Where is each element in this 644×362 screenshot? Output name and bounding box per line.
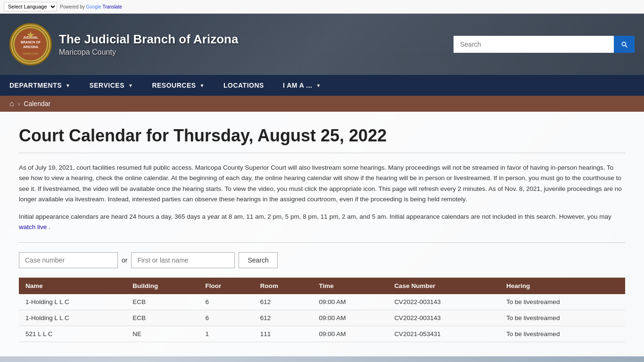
calendar-search-form: or Search xyxy=(19,252,625,268)
info-p2-prefix: Initial appearance calendars are heard 2… xyxy=(19,213,611,220)
form-search-button[interactable]: Search xyxy=(239,252,277,268)
table-header: Name Building Floor Room Time Case Numbe… xyxy=(19,278,625,294)
header-search-area xyxy=(454,36,635,53)
nav-item-resources[interactable]: RESOURCES ▼ xyxy=(142,75,214,96)
cell-time: 09:00 AM xyxy=(312,294,388,310)
cell-floor: 1 xyxy=(199,326,254,342)
navbar: DEPARTMENTS ▼ SERVICES ▼ RESOURCES ▼ LOC… xyxy=(0,75,644,96)
watch-live-link[interactable]: watch live xyxy=(19,223,47,230)
main-content: Court Calendar for Thursday, August 25, … xyxy=(0,112,644,356)
nav-item-departments[interactable]: DEPARTMENTS ▼ xyxy=(0,75,80,96)
cell-building: ECB xyxy=(126,294,198,310)
table-body: 1-Holding L L CECB661209:00 AMCV2022-003… xyxy=(19,294,625,342)
chevron-down-icon: ▼ xyxy=(200,83,205,88)
powered-by-text: Powered by Google Translate xyxy=(60,4,122,9)
breadcrumb-current: Calendar xyxy=(24,100,50,107)
col-header-building: Building xyxy=(126,278,198,294)
cell-name: 1-Holding L L C xyxy=(19,294,126,310)
col-header-floor: Floor xyxy=(199,278,254,294)
cell-time: 09:00 AM xyxy=(312,310,388,326)
cell-hearing: To be livestreamed xyxy=(500,326,625,342)
language-select[interactable]: Select Language xyxy=(4,2,57,11)
cell-case_number: CV2021-053431 xyxy=(388,326,500,342)
google-label: Google xyxy=(86,4,101,9)
translate-bar: Select Language Powered by Google Transl… xyxy=(0,0,644,14)
page-title: Court Calendar for Thursday, August 25, … xyxy=(19,126,625,153)
svg-text:MARICOPA: MARICOPA xyxy=(23,52,38,55)
cell-floor: 6 xyxy=(199,294,254,310)
cell-room: 612 xyxy=(254,294,313,310)
table-row: 1-Holding L L CECB661209:00 AMCV2022-003… xyxy=(19,310,625,326)
cell-building: ECB xyxy=(126,310,198,326)
cell-hearing: To be livestreamed xyxy=(500,310,625,326)
col-header-room: Room xyxy=(254,278,313,294)
cell-name: 521 L L C xyxy=(19,326,126,342)
chevron-down-icon: ▼ xyxy=(128,83,133,88)
logo-seal: JUDICIAL BRANCH OF ARIZONA MARICOPA xyxy=(9,23,52,66)
col-header-case-number: Case Number xyxy=(388,278,500,294)
cell-room: 612 xyxy=(254,310,313,326)
logo-area: JUDICIAL BRANCH OF ARIZONA MARICOPA The … xyxy=(9,23,444,66)
site-title: The Judicial Branch of Arizona Maricopa … xyxy=(59,32,238,57)
search-icon xyxy=(620,41,628,48)
nav-item-i-am-a[interactable]: I AM A ... ▼ xyxy=(273,75,330,96)
calendar-table: Name Building Floor Room Time Case Numbe… xyxy=(19,278,625,342)
table-row: 521 L L CNE111109:00 AMCV2021-053431To b… xyxy=(19,326,625,342)
nav-item-locations[interactable]: LOCATIONS xyxy=(214,75,273,96)
svg-text:BRANCH OF: BRANCH OF xyxy=(21,41,41,44)
case-number-input[interactable] xyxy=(19,252,118,268)
name-search-input[interactable] xyxy=(131,252,235,268)
chevron-down-icon: ▼ xyxy=(66,83,70,88)
header-search-input[interactable] xyxy=(454,36,614,53)
chevron-down-icon: ▼ xyxy=(316,83,321,88)
site-name: The Judicial Branch of Arizona xyxy=(59,32,238,47)
cell-building: NE xyxy=(126,326,198,342)
header-search-button[interactable] xyxy=(614,36,635,53)
cell-room: 111 xyxy=(254,326,313,342)
cell-name: 1-Holding L L C xyxy=(19,310,126,326)
breadcrumb-separator: › xyxy=(18,100,20,107)
home-icon[interactable]: ⌂ xyxy=(9,99,14,108)
translate-link[interactable]: Translate xyxy=(102,4,122,9)
cell-floor: 6 xyxy=(199,310,254,326)
col-header-hearing: Hearing xyxy=(500,278,625,294)
nav-item-services[interactable]: SERVICES ▼ xyxy=(80,75,142,96)
table-row: 1-Holding L L CECB661209:00 AMCV2022-003… xyxy=(19,294,625,310)
cell-time: 09:00 AM xyxy=(312,326,388,342)
or-separator: or xyxy=(122,256,127,264)
cell-hearing: To be livestreamed xyxy=(500,294,625,310)
cell-case_number: CV2022-003143 xyxy=(388,294,500,310)
header: JUDICIAL BRANCH OF ARIZONA MARICOPA The … xyxy=(0,14,644,75)
site-subtitle: Maricopa County xyxy=(59,48,238,57)
info-p2-suffix: . xyxy=(49,223,50,230)
info-paragraph-2: Initial appearance calendars are heard 2… xyxy=(19,212,625,243)
info-paragraph-1: As of July 19, 2021, court facilities re… xyxy=(19,163,625,205)
col-header-name: Name xyxy=(19,278,126,294)
svg-text:ARIZONA: ARIZONA xyxy=(23,45,38,49)
cell-case_number: CV2022-003143 xyxy=(388,310,500,326)
col-header-time: Time xyxy=(312,278,388,294)
table-header-row: Name Building Floor Room Time Case Numbe… xyxy=(19,278,625,294)
breadcrumb: ⌂ › Calendar xyxy=(0,96,644,112)
